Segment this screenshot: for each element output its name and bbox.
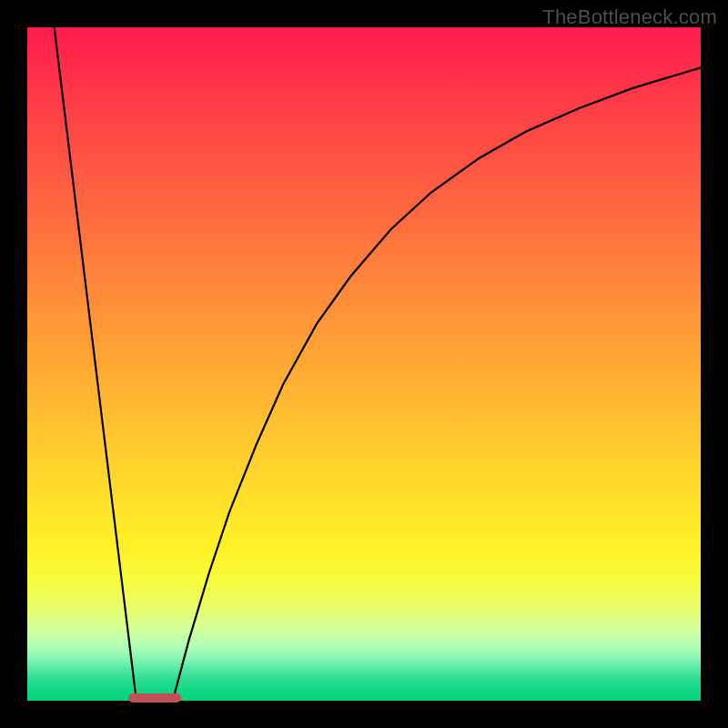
curve-right-branch: [173, 67, 701, 701]
watermark-text: TheBottleneck.com: [542, 5, 717, 29]
min-marker: [128, 693, 181, 703]
curve-left-branch: [55, 27, 136, 701]
plot-area: [27, 27, 701, 701]
chart-curves: [27, 27, 701, 701]
chart-frame: TheBottleneck.com: [0, 0, 728, 728]
